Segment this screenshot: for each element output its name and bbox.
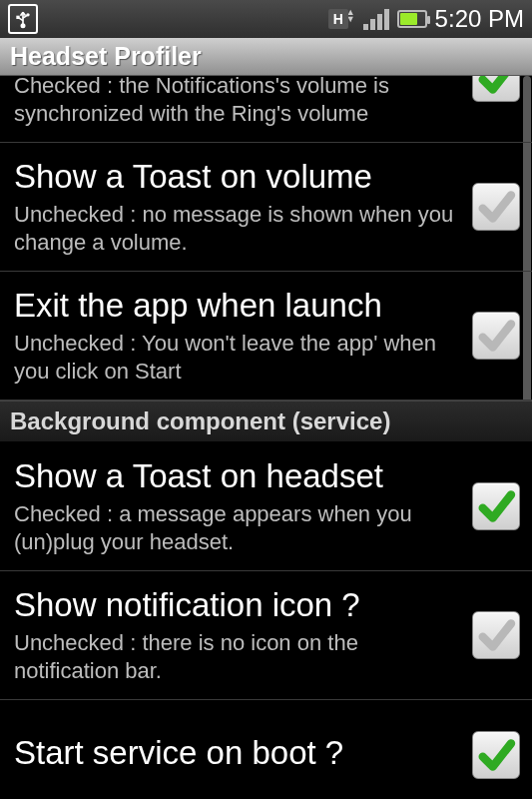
pref-summary: Checked : the Notifications's volume is … — [14, 76, 464, 128]
pref-exit-app-when-launch[interactable]: Exit the app when launch Unchecked : You… — [0, 272, 532, 400]
network-type-icon: H — [328, 9, 348, 29]
pref-title: Exit the app when launch — [14, 286, 464, 326]
pref-summary: Unchecked : no message is shown when you… — [14, 201, 464, 257]
pref-title: Show a Toast on volume — [14, 157, 464, 197]
pref-notifications-tied-to-ring[interactable]: Notifications tied to Ring Checked : the… — [0, 76, 532, 143]
pref-summary: Unchecked : there is no icon on the noti… — [14, 629, 464, 685]
svg-rect-1 — [16, 16, 19, 19]
battery-icon — [397, 10, 427, 28]
app-title-bar: Headset Profiler — [0, 38, 532, 76]
app-title: Headset Profiler — [10, 42, 202, 71]
clock: 5:20 PM — [435, 5, 528, 33]
pref-summary: Checked : a message appears when you (un… — [14, 500, 464, 556]
preferences-list[interactable]: Notifications tied to Ring Checked : the… — [0, 76, 532, 799]
pref-show-toast-on-headset[interactable]: Show a Toast on headset Checked : a mess… — [0, 442, 532, 571]
checkbox[interactable] — [472, 611, 520, 659]
status-bar: H ▲▼ 5:20 PM — [0, 0, 532, 38]
checkbox[interactable] — [472, 482, 520, 530]
pref-start-service-on-boot[interactable]: Start service on boot ? — [0, 700, 532, 799]
checkbox[interactable] — [472, 76, 520, 102]
svg-point-2 — [26, 13, 29, 16]
pref-category-background: Background component (service) — [0, 400, 532, 442]
usb-icon — [8, 4, 38, 34]
checkbox[interactable] — [472, 312, 520, 360]
pref-show-toast-on-volume[interactable]: Show a Toast on volume Unchecked : no me… — [0, 143, 532, 272]
pref-title: Show a Toast on headset — [14, 456, 464, 496]
pref-title: Show notification icon ? — [14, 585, 464, 625]
pref-title: Start service on boot ? — [14, 733, 464, 773]
checkbox[interactable] — [472, 183, 520, 231]
signal-icon — [363, 8, 389, 30]
checkbox[interactable] — [472, 731, 520, 779]
pref-show-notification-icon[interactable]: Show notification icon ? Unchecked : the… — [0, 571, 532, 700]
pref-summary: Unchecked : You won't leave the app' whe… — [14, 330, 464, 386]
